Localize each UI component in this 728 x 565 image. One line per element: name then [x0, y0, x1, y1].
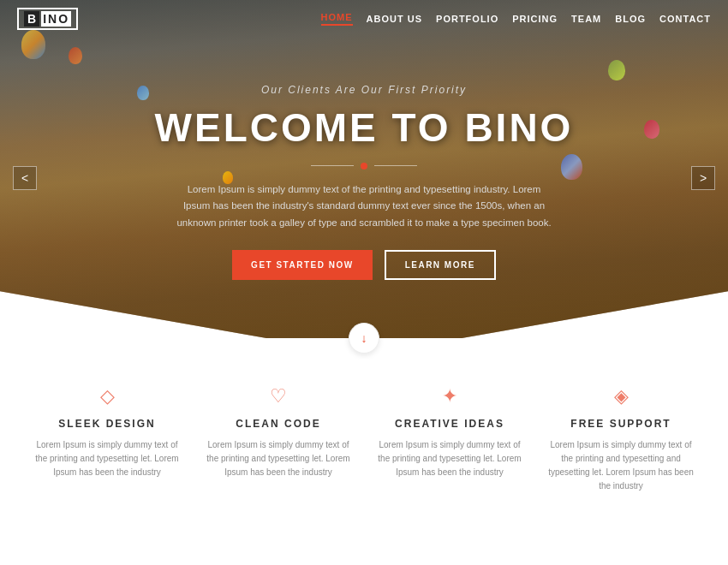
feature-sleek-design: ◇ SLEEK DESIGN Lorem Ipsum is simply dum… — [26, 385, 188, 493]
divider-line-left — [311, 165, 354, 166]
main-nav: HOME ABOUT US PORTFOLIO PRICING TEAM BLO… — [321, 12, 711, 26]
nav-home[interactable]: HOME — [321, 12, 353, 26]
creative-ideas-desc: Lorem Ipsum is simply dummy text of the … — [377, 438, 522, 479]
free-support-desc: Lorem Ipsum is simply dummy text of the … — [548, 438, 694, 493]
nav-blog[interactable]: BLOG — [615, 14, 646, 24]
sleek-design-title: SLEEK DESIGN — [58, 418, 155, 430]
hero-description: Lorem Ipsum is simply dummy text of the … — [176, 181, 552, 232]
clean-code-desc: Lorem Ipsum is simply dummy text of the … — [206, 438, 351, 479]
nav-portfolio[interactable]: PORTFOLIO — [436, 14, 498, 24]
clean-code-icon: ♡ — [270, 385, 287, 407]
sleek-design-desc: Lorem Ipsum is simply dummy text of the … — [34, 438, 180, 479]
nav-pricing[interactable]: PRICING — [512, 14, 558, 24]
hero-content: Our Clients Are Our First Priority WELCO… — [0, 0, 728, 355]
creative-ideas-icon: ✦ — [442, 385, 457, 407]
logo[interactable]: B INO — [17, 8, 78, 30]
learn-more-button[interactable]: LEARN MORE — [385, 250, 496, 280]
nav-team[interactable]: TEAM — [571, 14, 601, 24]
features-section: ↓ ◇ SLEEK DESIGN Lorem Ipsum is simply d… — [0, 338, 728, 565]
get-started-button[interactable]: GET STARTED NOW — [232, 250, 373, 280]
feature-creative-ideas: ✦ CREATIVE IDEAS Lorem Ipsum is simply d… — [368, 385, 531, 493]
hero-divider — [311, 163, 417, 170]
free-support-title: FREE SUPPORT — [570, 418, 671, 430]
logo-text: INO — [41, 11, 71, 27]
slider-arrow-left[interactable]: < — [13, 166, 37, 190]
feature-clean-code: ♡ CLEAN CODE Lorem Ipsum is simply dummy… — [197, 385, 360, 493]
nav-about[interactable]: ABOUT US — [367, 14, 422, 24]
divider-line-right — [374, 165, 417, 166]
sleek-design-icon: ◇ — [100, 385, 115, 407]
hero-subtitle: Our Clients Are Our First Priority — [261, 84, 467, 96]
feature-free-support: ◈ FREE SUPPORT Lorem Ipsum is simply dum… — [540, 385, 702, 493]
hero-section: B INO HOME ABOUT US PORTFOLIO PRICING TE… — [0, 0, 728, 355]
features-grid: ◇ SLEEK DESIGN Lorem Ipsum is simply dum… — [0, 385, 728, 493]
clean-code-title: CLEAN CODE — [236, 418, 320, 430]
hero-buttons: GET STARTED NOW LEARN MORE — [232, 250, 496, 280]
hero-title: WELCOME TO BINO — [155, 104, 574, 151]
nav-contact[interactable]: CONTACT — [659, 14, 711, 24]
download-button[interactable]: ↓ — [349, 323, 379, 354]
header: B INO HOME ABOUT US PORTFOLIO PRICING TE… — [0, 0, 728, 38]
divider-dot — [361, 163, 367, 170]
slider-arrow-right[interactable]: > — [691, 166, 715, 190]
free-support-icon: ◈ — [614, 385, 629, 407]
creative-ideas-title: CREATIVE IDEAS — [395, 418, 504, 430]
download-icon: ↓ — [361, 331, 367, 345]
logo-b: B — [24, 11, 39, 27]
